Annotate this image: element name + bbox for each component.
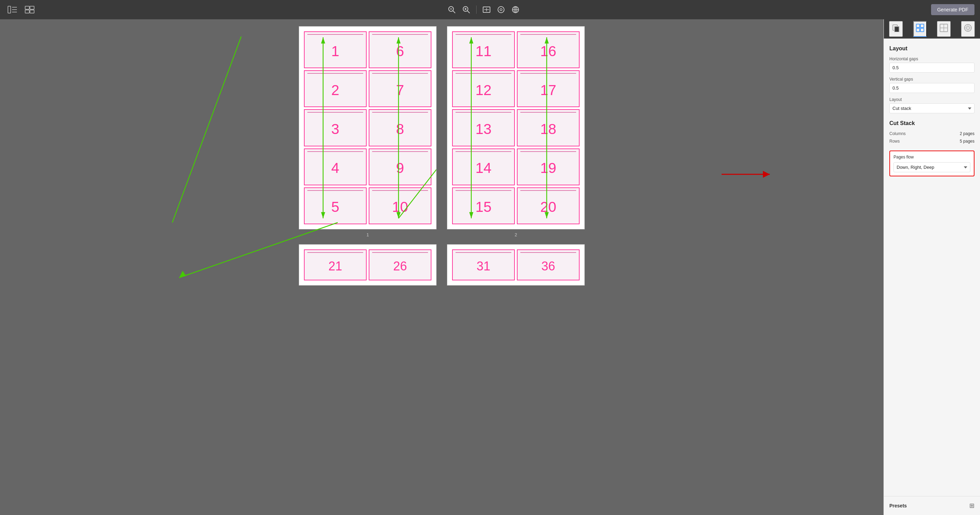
view-mode-btn-2[interactable] bbox=[23, 5, 37, 15]
cell-1: 1 bbox=[304, 31, 367, 68]
layout-section-title: Layout bbox=[889, 46, 975, 52]
sidebar-tab-layout[interactable] bbox=[937, 21, 951, 37]
sidebar-tab-target[interactable] bbox=[961, 21, 975, 37]
toolbar: Generate PDF bbox=[0, 0, 980, 19]
page-2: 11 16 12 17 13 18 14 19 15 20 bbox=[447, 26, 585, 229]
cell-11: 11 bbox=[452, 31, 515, 68]
cell-18: 18 bbox=[517, 109, 579, 146]
cut-stack-section: Cut Stack Columns 2 pages Rows 5 pages bbox=[889, 120, 975, 144]
sidebar-tab-grid[interactable] bbox=[913, 21, 927, 37]
svg-rect-7 bbox=[30, 10, 34, 13]
page-1: 1 6 2 7 3 8 4 9 5 10 bbox=[299, 26, 437, 229]
zoom-out-btn[interactable] bbox=[446, 5, 458, 15]
svg-rect-46 bbox=[916, 28, 920, 32]
svg-rect-45 bbox=[920, 24, 924, 27]
pages-flow-label: Pages flow bbox=[894, 155, 970, 159]
page-3b-partial: 31 36 bbox=[447, 244, 585, 286]
svg-rect-4 bbox=[25, 6, 29, 9]
presets-section: Presets ⊞ bbox=[884, 496, 980, 515]
svg-line-14 bbox=[467, 11, 470, 13]
page-label-1: 1 bbox=[366, 232, 369, 237]
pages-container: 1 6 2 7 3 8 4 9 5 10 bbox=[7, 26, 877, 237]
cell-16: 16 bbox=[517, 31, 579, 68]
v-gaps-input[interactable] bbox=[889, 83, 975, 93]
fit-all-btn[interactable] bbox=[510, 5, 521, 15]
cell-26: 26 bbox=[369, 250, 431, 280]
page-wrapper-3: 21 26 bbox=[299, 244, 437, 286]
svg-line-10 bbox=[453, 11, 455, 13]
sidebar-content: Layout Horizontal gaps Vertical gaps Lay… bbox=[884, 38, 980, 496]
cell-2: 2 bbox=[304, 70, 367, 107]
svg-point-18 bbox=[498, 6, 504, 13]
svg-rect-47 bbox=[920, 28, 924, 32]
cell-14: 14 bbox=[452, 148, 515, 185]
sidebar-tabs bbox=[884, 19, 980, 38]
divider-1 bbox=[476, 5, 477, 14]
pages-outer: 1 6 2 7 3 8 4 9 5 10 bbox=[7, 26, 877, 286]
columns-row: Columns 2 pages bbox=[889, 131, 975, 136]
layout-field-label: Layout bbox=[889, 97, 975, 102]
view-mode-btn-1[interactable] bbox=[5, 5, 19, 15]
cell-6: 6 bbox=[369, 31, 431, 68]
cell-31: 31 bbox=[452, 250, 515, 280]
svg-point-53 bbox=[967, 27, 969, 28]
cell-19: 19 bbox=[517, 148, 579, 185]
toolbar-left bbox=[5, 5, 37, 15]
page-partial-grid-b: 31 36 bbox=[452, 250, 579, 280]
fit-page-btn[interactable] bbox=[495, 5, 507, 15]
rows-label: Rows bbox=[889, 139, 900, 144]
cell-9: 9 bbox=[369, 148, 431, 185]
cell-10: 10 bbox=[369, 188, 431, 224]
svg-rect-6 bbox=[25, 10, 29, 13]
canvas-area[interactable]: 1 6 2 7 3 8 4 9 5 10 bbox=[0, 19, 883, 515]
sidebar: Layout Horizontal gaps Vertical gaps Lay… bbox=[883, 19, 980, 515]
page-grid-1: 1 6 2 7 3 8 4 9 5 10 bbox=[304, 31, 431, 224]
h-gaps-input[interactable] bbox=[889, 63, 975, 73]
cell-15: 15 bbox=[452, 188, 515, 224]
cut-stack-title: Cut Stack bbox=[889, 120, 975, 126]
cell-8: 8 bbox=[369, 109, 431, 146]
sidebar-tab-copy[interactable] bbox=[889, 21, 903, 37]
svg-rect-5 bbox=[30, 6, 34, 9]
page-wrapper-3b: 31 36 bbox=[447, 244, 585, 286]
pages-flow-section: Pages flow Down, Right, Deep Right, Down… bbox=[889, 151, 975, 176]
svg-rect-44 bbox=[916, 24, 920, 27]
columns-label: Columns bbox=[889, 131, 905, 136]
svg-rect-43 bbox=[894, 27, 899, 32]
h-gaps-label: Horizontal gaps bbox=[889, 57, 975, 61]
page-label-2: 2 bbox=[514, 232, 517, 237]
cell-36: 36 bbox=[517, 250, 579, 280]
generate-pdf-btn[interactable]: Generate PDF bbox=[931, 4, 975, 15]
toolbar-center bbox=[41, 5, 927, 15]
presets-label: Presets bbox=[889, 503, 907, 509]
main: 1 6 2 7 3 8 4 9 5 10 bbox=[0, 19, 980, 515]
page-grid-2: 11 16 12 17 13 18 14 19 15 20 bbox=[452, 31, 579, 224]
cell-7: 7 bbox=[369, 70, 431, 107]
cell-20: 20 bbox=[517, 188, 579, 224]
pages-flow-select-wrapper: Down, Right, Deep Right, Down, Deep Down… bbox=[894, 162, 970, 172]
zoom-in-btn[interactable] bbox=[460, 5, 472, 15]
cell-17: 17 bbox=[517, 70, 579, 107]
page-wrapper-1: 1 6 2 7 3 8 4 9 5 10 bbox=[299, 26, 437, 237]
svg-point-19 bbox=[500, 9, 502, 11]
rows-value: 5 pages bbox=[960, 139, 975, 144]
page-partial-grid: 21 26 bbox=[304, 250, 431, 280]
cell-21: 21 bbox=[304, 250, 367, 280]
page-3-partial: 21 26 bbox=[299, 244, 437, 286]
presets-grid-icon[interactable]: ⊞ bbox=[969, 502, 975, 510]
rows-row: Rows 5 pages bbox=[889, 139, 975, 144]
cell-3: 3 bbox=[304, 109, 367, 146]
cell-5: 5 bbox=[304, 188, 367, 224]
toolbar-right: Generate PDF bbox=[931, 4, 975, 15]
pages-flow-select[interactable]: Down, Right, Deep Right, Down, Deep Down… bbox=[894, 162, 970, 172]
cell-12: 12 bbox=[452, 70, 515, 107]
page-wrapper-2: 11 16 12 17 13 18 14 19 15 20 bbox=[447, 26, 585, 237]
cell-13: 13 bbox=[452, 109, 515, 146]
layout-select[interactable]: Cut stack Normal Booklet bbox=[889, 103, 975, 113]
svg-rect-0 bbox=[8, 6, 11, 13]
v-gaps-label: Vertical gaps bbox=[889, 77, 975, 82]
fit-width-btn[interactable] bbox=[481, 5, 492, 14]
cell-4: 4 bbox=[304, 148, 367, 185]
columns-value: 2 pages bbox=[960, 131, 975, 136]
